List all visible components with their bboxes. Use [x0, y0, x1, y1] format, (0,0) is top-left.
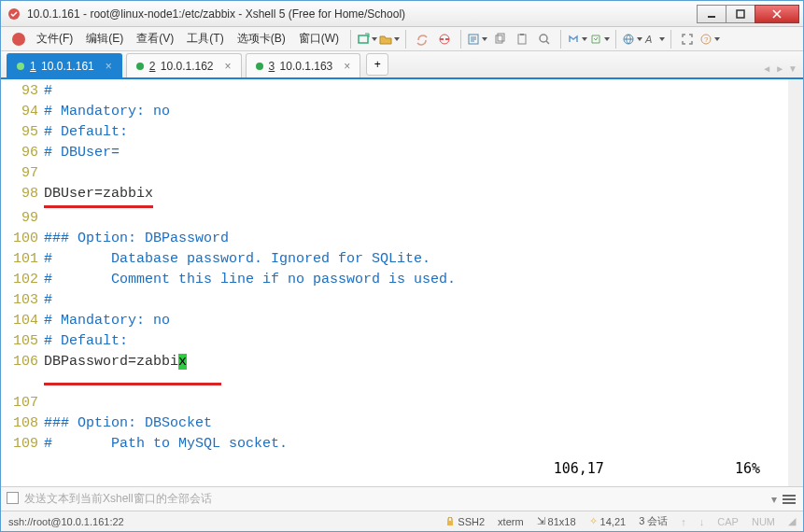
line-number: 106 [1, 352, 38, 372]
line-number: 94 [1, 102, 38, 122]
fullscreen-icon[interactable] [677, 29, 698, 49]
svg-rect-16 [7, 492, 19, 503]
line-number: 98 [1, 184, 38, 204]
scroll-up-icon[interactable] [788, 79, 803, 94]
svg-rect-2 [737, 10, 744, 18]
menu-icon[interactable] [783, 495, 797, 504]
minimize-button[interactable] [697, 5, 726, 23]
line-number: 99 [1, 208, 38, 229]
globe-icon[interactable] [622, 29, 642, 49]
tab-list-icon[interactable]: ▼ [788, 63, 797, 74]
new-tab-button[interactable]: + [366, 53, 388, 76]
code-text: # Mandatory: no [44, 313, 170, 329]
separator [460, 30, 461, 49]
vertical-scrollbar[interactable] [788, 79, 803, 486]
close-button[interactable] [755, 5, 799, 23]
script-icon[interactable] [589, 29, 610, 49]
svg-rect-4 [359, 35, 368, 43]
lock-icon [445, 517, 455, 526]
status-cap: CAP [717, 516, 739, 527]
tab-close-icon[interactable]: × [225, 60, 232, 73]
font-icon[interactable]: A [644, 29, 665, 49]
statusbar: ssh://root@10.0.1.161:22 SSH2 xterm ⇲81x… [1, 511, 803, 531]
checkbox-icon[interactable] [7, 492, 19, 507]
properties-icon[interactable] [467, 29, 487, 49]
code-text: # Path to MySQL socket. [44, 436, 288, 452]
disconnect-icon[interactable] [434, 29, 455, 49]
window-titlebar: 10.0.1.161 - root@linux-node1:/etc/zabbi… [1, 1, 803, 27]
code-text: # Mandatory: no [44, 104, 170, 119]
line-number: 103 [1, 290, 38, 311]
svg-rect-8 [498, 34, 504, 41]
new-session-icon[interactable] [357, 29, 377, 49]
app-icon [7, 7, 21, 21]
menu-window[interactable]: 窗口(W) [293, 28, 345, 49]
send-dropdown-icon[interactable]: ▾ [771, 493, 777, 506]
reconnect-icon[interactable] [412, 29, 432, 49]
menu-edit[interactable]: 编辑(E) [80, 28, 129, 49]
tab-close-icon[interactable]: × [344, 60, 350, 73]
tab-label: 2 10.0.1.162 [149, 60, 214, 73]
line-number: 102 [1, 270, 38, 290]
code-text: # [44, 83, 52, 99]
menu-tools[interactable]: 工具(T) [181, 28, 229, 49]
line-number: 95 [1, 122, 38, 143]
help-icon[interactable]: ? [699, 29, 720, 49]
window-title: 10.0.1.161 - root@linux-node1:/etc/zabbi… [27, 7, 698, 21]
line-number: 108 [1, 413, 38, 434]
status-sessions: 3 会话 [639, 514, 668, 528]
session-tab[interactable]: 3 10.0.1.163× [246, 53, 361, 77]
status-cursor: ✧14,21 [589, 515, 627, 527]
svg-point-3 [12, 33, 25, 46]
line-number: 93 [1, 81, 38, 102]
tab-next-icon[interactable]: ► [775, 63, 784, 74]
line-number: 97 [1, 163, 38, 184]
window-controls [698, 5, 799, 23]
line-number: 105 [1, 331, 38, 352]
menu-file[interactable]: 文件(F) [31, 28, 78, 49]
compose-bar: 发送文本到当前Xshell窗口的全部会话 ▾ [1, 486, 803, 511]
maximize-button[interactable] [726, 5, 755, 23]
status-term: xterm [498, 516, 524, 527]
tab-label: 1 10.0.1.161 [30, 60, 94, 73]
download-icon[interactable]: ↓ [699, 516, 705, 527]
line-number: 100 [1, 229, 38, 249]
svg-text:A: A [644, 34, 652, 45]
paste-icon[interactable] [512, 29, 532, 49]
find-icon[interactable] [534, 29, 555, 49]
terminal-editor[interactable]: 93# 94# Mandatory: no 95# Default: 96# D… [1, 79, 803, 486]
status-size: ⇲81x18 [537, 515, 576, 527]
line-number: 104 [1, 311, 38, 331]
compose-input[interactable]: 发送文本到当前Xshell窗口的全部会话 [24, 491, 766, 507]
code-text: # [44, 292, 52, 308]
menu-view[interactable]: 查看(V) [131, 28, 179, 49]
code-text: # Default: [44, 333, 128, 349]
tab-nav: ◄ ► ▼ [762, 63, 797, 74]
status-num: NUM [752, 516, 775, 527]
code-text: ### Option: DBSocket [44, 415, 212, 431]
separator [350, 30, 351, 49]
resize-grip-icon[interactable]: ◢ [788, 515, 796, 527]
menu-tabs[interactable]: 选项卡(B) [232, 28, 291, 49]
resize-icon: ⇲ [537, 515, 545, 527]
svg-rect-7 [496, 35, 502, 43]
line-number: 96 [1, 143, 38, 163]
cursor-position: 106,17 [554, 460, 604, 477]
session-tab[interactable]: 2 10.0.1.162× [126, 53, 242, 77]
tab-prev-icon[interactable]: ◄ [762, 63, 771, 74]
menubar: 文件(F) 编辑(E) 查看(V) 工具(T) 选项卡(B) 窗口(W) A ? [1, 27, 803, 51]
upload-icon[interactable]: ↑ [681, 516, 686, 527]
tab-close-icon[interactable]: × [106, 60, 112, 73]
open-folder-icon[interactable] [379, 29, 400, 49]
tab-label: 3 10.0.1.163 [269, 60, 333, 73]
code-text: DBUser=zabbix [44, 184, 153, 208]
line-number: 109 [1, 434, 38, 455]
copy-icon[interactable] [489, 29, 510, 49]
svg-rect-17 [447, 521, 453, 525]
status-protocol: SSH2 [445, 516, 485, 527]
session-tab[interactable]: 1 10.0.1.161× [7, 53, 122, 77]
code-text: # Database password. Ignored for SQLite. [44, 251, 430, 267]
transfer-icon[interactable] [567, 29, 587, 49]
scroll-down-icon[interactable] [788, 471, 803, 486]
separator [615, 30, 616, 49]
